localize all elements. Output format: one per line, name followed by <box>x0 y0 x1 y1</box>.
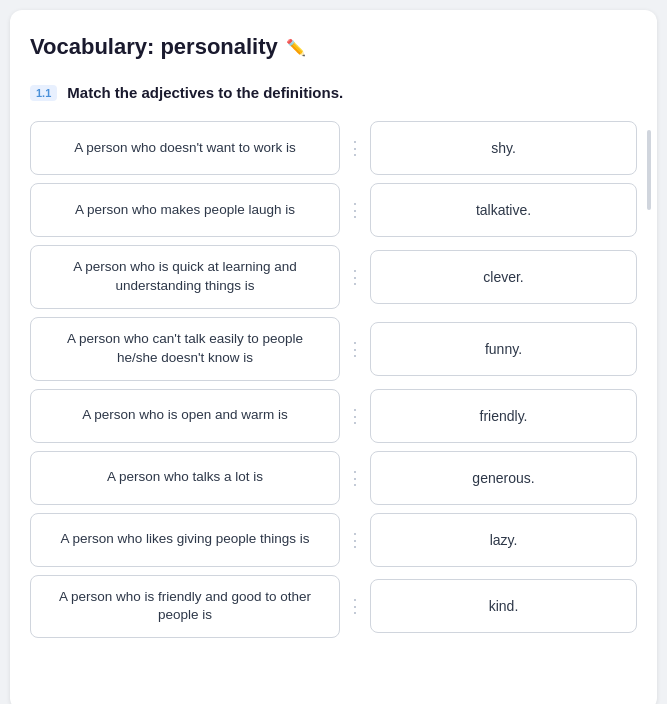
right-answer-card[interactable]: friendly. <box>370 389 637 443</box>
match-row: A person who is open and warm is⋮friendl… <box>30 389 637 443</box>
match-row: A person who talks a lot is⋮generous. <box>30 451 637 505</box>
match-row: A person who is quick at learning and un… <box>30 245 637 309</box>
match-row: A person who is friendly and good to oth… <box>30 575 637 639</box>
row-divider: ⋮ <box>340 595 370 617</box>
right-answer-card[interactable]: kind. <box>370 579 637 633</box>
left-definition-card[interactable]: A person who doesn't want to work is <box>30 121 340 175</box>
main-card: Vocabulary: personality ✏️ 1.1 Match the… <box>10 10 657 704</box>
right-answer-card[interactable]: generous. <box>370 451 637 505</box>
right-answer-card[interactable]: shy. <box>370 121 637 175</box>
row-divider: ⋮ <box>340 266 370 288</box>
left-definition-card[interactable]: A person who is quick at learning and un… <box>30 245 340 309</box>
row-divider: ⋮ <box>340 199 370 221</box>
section-number: 1.1 <box>30 85 57 101</box>
match-row: A person who doesn't want to work is⋮shy… <box>30 121 637 175</box>
page-title: Vocabulary: personality <box>30 34 278 60</box>
right-answer-card[interactable]: talkative. <box>370 183 637 237</box>
right-answer-card[interactable]: funny. <box>370 322 637 376</box>
scroll-indicator <box>647 130 651 210</box>
left-definition-card[interactable]: A person who can't talk easily to people… <box>30 317 340 381</box>
section-header: 1.1 Match the adjectives to the definiti… <box>30 84 637 101</box>
matching-container: A person who doesn't want to work is⋮shy… <box>30 121 637 638</box>
match-row: A person who can't talk easily to people… <box>30 317 637 381</box>
left-definition-card[interactable]: A person who is open and warm is <box>30 389 340 443</box>
row-divider: ⋮ <box>340 529 370 551</box>
section-instruction: Match the adjectives to the definitions. <box>67 84 343 101</box>
left-definition-card[interactable]: A person who is friendly and good to oth… <box>30 575 340 639</box>
edit-icon[interactable]: ✏️ <box>286 38 306 57</box>
left-definition-card[interactable]: A person who makes people laugh is <box>30 183 340 237</box>
title-row: Vocabulary: personality ✏️ <box>30 34 637 60</box>
row-divider: ⋮ <box>340 405 370 427</box>
left-definition-card[interactable]: A person who talks a lot is <box>30 451 340 505</box>
row-divider: ⋮ <box>340 137 370 159</box>
right-answer-card[interactable]: clever. <box>370 250 637 304</box>
row-divider: ⋮ <box>340 467 370 489</box>
right-answer-card[interactable]: lazy. <box>370 513 637 567</box>
match-row: A person who likes giving people things … <box>30 513 637 567</box>
left-definition-card[interactable]: A person who likes giving people things … <box>30 513 340 567</box>
row-divider: ⋮ <box>340 338 370 360</box>
match-row: A person who makes people laugh is⋮talka… <box>30 183 637 237</box>
